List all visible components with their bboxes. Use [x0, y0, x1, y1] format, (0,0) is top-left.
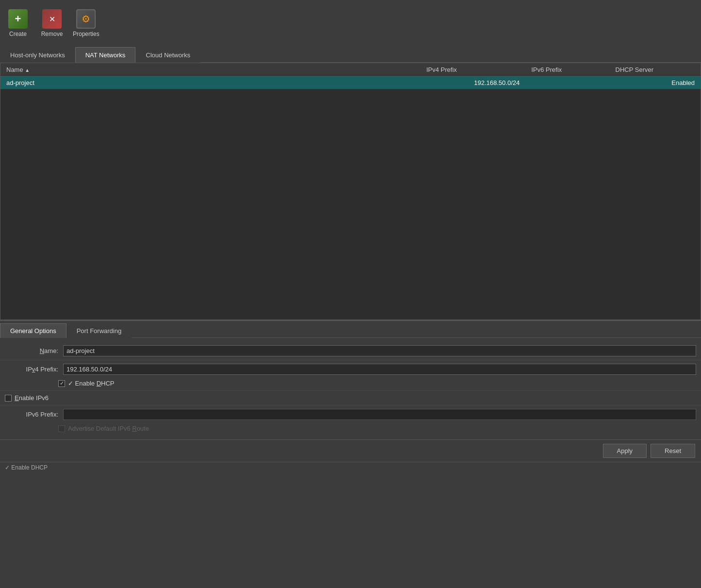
advertise-row: Advertise Default IPv6 Route [0, 422, 701, 435]
ipv6-row: IPv6 Prefix: [0, 406, 701, 422]
content-area: Host-only Networks NAT Networks Cloud Ne… [0, 47, 701, 588]
enable-ipv6-checkbox[interactable] [5, 395, 12, 402]
cell-ipv6 [526, 77, 610, 89]
advertise-label: Advertise Default IPv6 Route [68, 425, 149, 432]
options-panel: General Options Port Forwarding Name: IP… [0, 320, 701, 462]
table-row[interactable]: ad-project 192.168.50.0/24 Enabled [0, 77, 701, 89]
tab-general-options[interactable]: General Options [0, 323, 67, 338]
create-label: Create [9, 31, 27, 37]
ipv6-input[interactable] [63, 409, 696, 420]
create-icon [8, 9, 28, 29]
enable-dhcp-checkbox-wrapper[interactable]: ✓ Enable DHCP [58, 380, 115, 387]
toolbar: Create Remove Properties [0, 0, 701, 47]
cell-dhcp: Enabled [610, 77, 701, 89]
enable-dhcp-row: ✓ Enable DHCP [0, 377, 701, 389]
options-tabbar: General Options Port Forwarding [0, 321, 701, 338]
table-header-row: Name IPv4 Prefix IPv6 Prefix DHCP Server [0, 63, 701, 77]
options-form: Name: IPv4 Prefix: ✓ Enable DHCP [0, 338, 701, 439]
name-label: Name: [5, 347, 58, 354]
tab-nat-networks[interactable]: NAT Networks [75, 47, 136, 63]
advertise-checkbox[interactable] [58, 425, 65, 432]
col-header-ipv6[interactable]: IPv6 Prefix [526, 63, 610, 77]
col-header-ipv4[interactable]: IPv4 Prefix [420, 63, 525, 77]
enable-dhcp-label: ✓ Enable DHCP [68, 380, 115, 387]
properties-button[interactable]: Properties [73, 9, 100, 37]
divider-3 [0, 405, 701, 405]
cell-ipv4: 192.168.50.0/24 [420, 77, 525, 89]
remove-label: Remove [41, 31, 63, 37]
col-header-name[interactable]: Name [0, 63, 420, 77]
ipv4-input[interactable] [63, 364, 696, 375]
apply-button[interactable]: Apply [603, 444, 647, 458]
properties-label: Properties [73, 31, 100, 37]
remove-icon [42, 9, 62, 29]
properties-icon [76, 9, 96, 29]
enable-ipv6-row: Enable IPv6 [0, 392, 701, 404]
name-input[interactable] [63, 345, 696, 356]
create-button[interactable]: Create [5, 9, 31, 37]
network-table: Name IPv4 Prefix IPv6 Prefix DHCP Server… [0, 63, 701, 89]
ipv4-row: IPv4 Prefix: [0, 361, 701, 377]
enable-ipv6-label: Enable IPv6 [15, 394, 49, 402]
reset-button[interactable]: Reset [651, 444, 695, 458]
remove-button[interactable]: Remove [39, 9, 65, 37]
ipv4-label: IPv4 Prefix: [5, 366, 58, 373]
divider-1 [0, 360, 701, 360]
button-bar: Apply Reset [0, 439, 701, 462]
network-type-tabbar: Host-only Networks NAT Networks Cloud Ne… [0, 47, 701, 63]
footer-hint: ✓ Enable DHCP [0, 462, 701, 473]
cell-name: ad-project [0, 77, 420, 89]
network-table-wrapper: Name IPv4 Prefix IPv6 Prefix DHCP Server… [0, 63, 701, 320]
ipv6-label: IPv6 Prefix: [5, 411, 58, 418]
name-row: Name: [0, 343, 701, 359]
col-header-dhcp[interactable]: DHCP Server [610, 63, 701, 77]
tab-cloud-networks[interactable]: Cloud Networks [135, 47, 200, 63]
divider-2 [0, 390, 701, 391]
tab-port-forwarding[interactable]: Port Forwarding [67, 323, 132, 338]
enable-dhcp-checkbox[interactable] [58, 380, 65, 387]
advertise-checkbox-wrapper[interactable]: Advertise Default IPv6 Route [58, 425, 149, 432]
tab-host-only[interactable]: Host-only Networks [0, 47, 75, 63]
